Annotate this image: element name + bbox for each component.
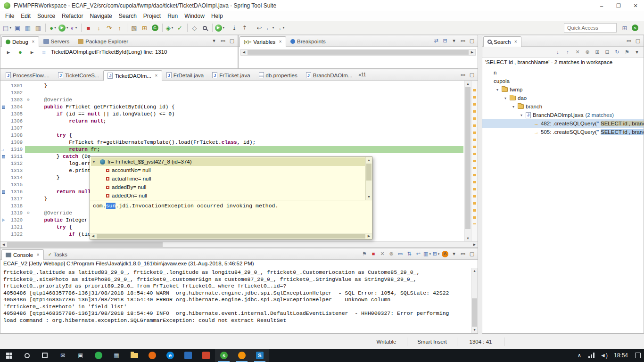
run-button[interactable]: ▶▾ [58,23,68,33]
fold-marker-icon[interactable]: ⊖ [25,97,32,104]
edge-icon[interactable]: e [161,349,179,362]
popup-horizontal-scrollbar[interactable]: ◀ ▶ [90,233,372,239]
scroll-down-arrow-icon[interactable]: ▼ [465,235,471,241]
editor-tab-ticketdaoim[interactable]: JTicketDAOIm...✕ [103,70,162,81]
scrollbar-thumb[interactable] [248,50,469,55]
variables-maximize-button[interactable]: ▢ [468,37,476,45]
scrollbar-thumb[interactable] [465,87,471,229]
junit-button[interactable]: ✓ [175,23,185,33]
open-perspective-button[interactable]: ⊞ [620,23,629,33]
menu-refactor[interactable]: Refactor [58,12,86,20]
menu-search[interactable]: Search [116,12,140,20]
cursor-position-status[interactable]: 1304 : 41 [457,337,504,346]
last-edit-location-button[interactable]: ↩ [255,23,264,33]
spring-perspective-button[interactable]: s [630,23,640,33]
editor-tab-ticketcores[interactable]: JTicketCoreS... [54,70,103,80]
external-tools-button[interactable]: ▶▾ [215,23,225,33]
stack-frame-label[interactable]: TicketDAOImpl.getFrTicketById(Long) line… [51,49,167,55]
breadcrumb-chevron-icon[interactable]: ▸ [4,47,13,57]
quick-access-input[interactable] [564,23,617,33]
green-app-icon[interactable] [90,349,107,362]
menu-run[interactable]: Run [164,12,181,20]
console-tab-console[interactable]: Console✕ [1,249,44,260]
back-button[interactable]: ←▾ [265,23,274,33]
terminate-console-button[interactable]: ■ [370,250,377,258]
variable-row[interactable]: ▾fr= FrTicket_$$_jvst427_8 (id=374) [91,157,365,166]
file-explorer-icon[interactable] [125,349,143,362]
code-line-1306[interactable]: 1306 return null; [0,118,463,125]
forward-button[interactable]: →▾ [275,23,285,33]
taskbar-clock[interactable]: 18:54 [610,352,632,359]
new-package-button[interactable]: ⊞ [140,23,149,33]
clear-console-button[interactable]: ▭ [396,250,404,258]
variables-tab-breakpoints[interactable]: Breakpoints [286,36,330,46]
variables-minimize-button[interactable]: ▭ [459,37,467,45]
blue-app-icon[interactable] [179,349,197,362]
volume-icon[interactable]: ◄) [598,349,610,362]
scroll-left-arrow-icon[interactable]: ◀ [0,242,7,247]
variable-row[interactable]: actualTime= null [91,174,365,183]
scroll-left-arrow-icon[interactable]: ◀ [241,49,247,55]
orange-app-icon[interactable] [233,349,251,362]
editor-vertical-scrollbar[interactable]: ▲ ▼ [464,81,471,241]
menu-window[interactable]: Window [181,12,208,20]
code-line-1302[interactable]: 1302 [0,90,463,97]
red-app-icon[interactable] [197,349,215,362]
menu-file[interactable]: File [2,12,17,20]
firefox-icon[interactable] [143,349,161,362]
run-search-again-button[interactable]: ↻ [613,48,621,57]
search-tree-item-482-createsqlquery[interactable]: →482: .createSQLQuery("SELECT id , branc… [482,119,644,128]
editor-tab-frdetail-java[interactable]: JFrDetail.java [162,70,208,80]
remove-launch-button[interactable]: ✕ [379,250,386,258]
open-type-button[interactable]: ◇ [190,23,199,33]
scroll-lock-button[interactable]: ⇅ [405,250,413,258]
variable-row[interactable]: accountNo= null [91,166,365,174]
previous-annotation-button[interactable]: ⇡ [240,23,249,33]
search-minimize-button[interactable]: ▭ [625,37,633,45]
action-center-icon[interactable] [632,349,644,362]
debug-maximize-button[interactable]: ▢ [228,37,236,45]
expander-icon[interactable]: ▾ [503,96,508,100]
debug-tab-package-explorer[interactable]: Package Explorer [74,36,132,46]
search-tab-search[interactable]: Search✕ [483,36,521,47]
editor-minimize-button[interactable]: ▭ [459,71,467,79]
word-wrap-button[interactable]: ↩ [414,250,422,258]
profile-button[interactable]: ◐▾ [69,23,79,33]
pin-console-button[interactable]: ⚑ [361,250,368,258]
menu-edit[interactable]: Edit [17,12,34,20]
scroll-up-arrow-icon[interactable]: ▲ [471,268,478,274]
task-view-button[interactable] [36,349,54,362]
debug-tab-debug[interactable]: Debug✕ [1,36,39,47]
editor-tab-db-properties[interactable]: db.properties [255,70,302,80]
search-maximize-button[interactable]: ▢ [634,37,642,45]
open-console-button[interactable]: ⊞▾ [432,250,440,258]
code-line-1310[interactable]: →1310 return fr; [0,146,463,153]
expand-all-button[interactable]: ⊞ [593,48,602,57]
store-app-icon[interactable]: ▣ [72,349,90,362]
console-view-menu-button[interactable]: ▾ [450,250,458,258]
breadcrumb-chevron-icon[interactable]: ▸ [27,47,37,57]
popup-vertical-scrollbar[interactable]: ▲ ▼ [365,157,372,200]
step-over-button[interactable]: ↷ [105,23,114,33]
scroll-right-arrow-icon[interactable]: ▶ [471,242,478,247]
search-button[interactable] [200,23,210,33]
display-selected-console-button[interactable]: ▥▾ [423,250,431,258]
search-tree-item-505-createsqlquery[interactable]: →505: .createSQLQuery("SELECT id , branc… [482,128,644,136]
code-line-1305[interactable]: 1305 if (id == null || id.longValue() <=… [0,111,463,118]
variables-tab-variables[interactable]: (x)=Variables✕ [239,36,286,47]
expander-icon[interactable]: ▾ [495,88,500,92]
fold-marker-icon[interactable]: ⊖ [25,210,32,217]
show-previous-match-button[interactable]: ↑ [563,48,572,57]
code-line-1301[interactable]: 1301 } [0,82,463,90]
print-button[interactable]: ▥ [33,23,43,33]
console-alert-icon[interactable]: A [441,250,449,258]
close-tab-icon[interactable]: ✕ [36,253,40,257]
code-line-1303[interactable]: 1303⊖ @Override [0,97,463,104]
collapse-all-button[interactable]: ⊟ [603,48,611,57]
variable-row[interactable]: addedOn= null [91,191,365,200]
debug-breadcrumb[interactable]: ▸●▸≡ TicketDAOImpl.getFrTicketById(Long)… [0,47,238,57]
remove-match-button[interactable]: ✕ [573,48,582,57]
code-line-1304[interactable]: 1304 public FrTicket getFrTicketById(Lon… [0,104,463,111]
variables-horizontal-scrollbar[interactable]: ◀ ▶ [240,49,476,56]
scroll-right-arrow-icon[interactable]: ▶ [469,49,475,55]
